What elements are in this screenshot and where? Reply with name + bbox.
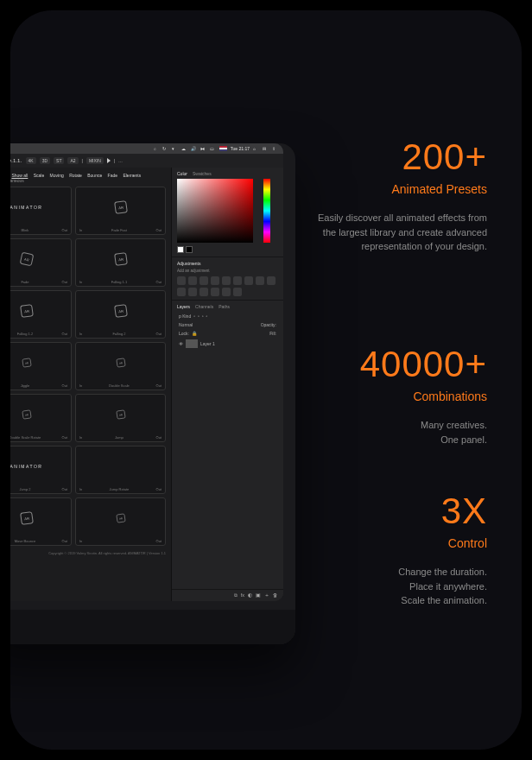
preset-cell[interactable]: ARInMove BounceOut xyxy=(10,497,72,546)
filter-misc[interactable]: Miscellaneous xyxy=(10,178,24,183)
new-group-icon[interactable]: ▣ xyxy=(256,592,261,598)
filter-rotate[interactable]: Rotate xyxy=(69,173,82,178)
preset-out-label: Out xyxy=(62,435,67,440)
filter-fade[interactable]: Fade xyxy=(108,173,117,178)
preset-cell[interactable]: ARInDouble Scale RotateOut xyxy=(10,394,72,442)
preset-name: Falling 2 xyxy=(112,332,125,336)
preset-thumbnail-icon: AR xyxy=(116,409,125,419)
blend-mode-select[interactable]: Normal xyxy=(179,322,193,327)
preset-thumbnail-icon: AR xyxy=(20,511,34,525)
preset-cell[interactable]: ARInJiggleOut xyxy=(10,342,72,390)
tab-color[interactable]: Color xyxy=(177,171,187,176)
promo-subtitle: Control xyxy=(314,535,487,553)
layer-kind-label[interactable]: p Kind xyxy=(179,314,191,319)
preset-cell[interactable]: InJump RotateOut xyxy=(75,446,166,494)
preset-out-label: Out xyxy=(62,539,67,543)
appbar-divider: | xyxy=(82,158,83,163)
app-body: Filter by type: Show all Scale Moving Ro… xyxy=(10,168,283,601)
adj-curves-icon[interactable] xyxy=(200,276,208,285)
adj-invert-icon[interactable] xyxy=(188,288,197,296)
appbar-more-icon[interactable]: … xyxy=(118,158,123,163)
adj-gradient-map-icon[interactable] xyxy=(222,288,231,296)
promo-stat: 40000+ xyxy=(314,337,487,391)
preset-name: Double Scale xyxy=(109,383,130,388)
filter-bounce[interactable]: Bounce xyxy=(87,173,102,178)
preset-in-label: In xyxy=(79,383,82,388)
preset-cell[interactable]: ARInFalling 1.2Out xyxy=(10,290,72,339)
preset-out-label: Out xyxy=(156,487,162,491)
preset-out-label: Out xyxy=(62,332,67,336)
preset-cell[interactable]: ARInFalling 1.1Out xyxy=(75,238,166,287)
color-picker[interactable] xyxy=(177,179,253,243)
tab-channels[interactable]: Channels xyxy=(195,304,213,309)
preset-out-label: Out xyxy=(156,228,162,232)
mask-icon[interactable]: ◐ xyxy=(248,592,252,598)
preset-name: Double Scale Rotate xyxy=(10,435,41,440)
preset-cell[interactable]: ARInJumpOut xyxy=(75,394,166,442)
preset-cell[interactable]: ARInFalling 2Out xyxy=(75,290,166,339)
preset-cell[interactable]: ARInFade FastOut xyxy=(75,187,166,235)
preset-out-label: Out xyxy=(62,228,67,232)
tab-adjustments[interactable]: Adjustments xyxy=(177,261,201,266)
mac-menubar: ☼ ↻ ▾ ☁ 🔊 ⧓ ▭ Tue 21:17 ⌕ ⊟ ⇪ xyxy=(10,143,283,154)
battery-icon: ▭ xyxy=(210,146,216,152)
swatch-black[interactable] xyxy=(186,246,193,253)
preset-cell[interactable]: ARInFadeOut xyxy=(10,238,72,287)
adj-hue-icon[interactable] xyxy=(233,276,242,285)
new-layer-icon[interactable]: ＋ xyxy=(264,592,269,598)
adj-photo-filter-icon[interactable] xyxy=(256,276,264,285)
tab-paths[interactable]: Paths xyxy=(218,304,230,309)
layer-row[interactable]: 👁 Layer 1 xyxy=(177,338,278,350)
appbar-btn-4k[interactable]: 4K xyxy=(26,157,36,164)
control-center-icon[interactable]: ⊟ xyxy=(263,146,269,152)
filter-elements[interactable]: Elements xyxy=(123,173,141,178)
preset-cell[interactable]: ANIMATORInJump 2Out xyxy=(10,446,72,494)
volume-icon: 🔊 xyxy=(191,146,197,152)
fill-label: Fill: xyxy=(269,331,276,336)
preset-out-label: Out xyxy=(156,383,162,388)
adj-vibrance-icon[interactable] xyxy=(222,276,231,285)
play-icon[interactable] xyxy=(107,158,111,163)
menubar-status-icon: ☼ xyxy=(153,146,159,152)
adj-exposure-icon[interactable] xyxy=(211,276,219,285)
layer-filter-icon[interactable]: ▫ xyxy=(198,314,200,319)
preset-cell[interactable]: ANIMATORInBlinkOut xyxy=(10,187,72,235)
preset-thumbnail-icon: AR xyxy=(114,200,128,214)
preset-out-label: Out xyxy=(62,280,67,284)
swatch-white[interactable] xyxy=(177,246,184,253)
adj-bw-icon[interactable] xyxy=(244,276,253,285)
appbar-btn-a2[interactable]: A2 xyxy=(67,157,78,164)
adj-channel-mixer-icon[interactable] xyxy=(267,276,276,285)
mixin-button[interactable]: MIXIN xyxy=(86,157,104,164)
layer-filter-icon[interactable]: ▫ xyxy=(193,314,195,319)
share-icon[interactable]: ⇪ xyxy=(272,146,278,152)
adj-brightness-icon[interactable] xyxy=(177,276,186,285)
filter-moving[interactable]: Moving xyxy=(50,173,64,178)
preset-cell[interactable]: ARInOut xyxy=(75,497,166,546)
trash-icon[interactable]: 🗑 xyxy=(273,592,278,598)
hue-slider[interactable] xyxy=(263,179,270,243)
layer-filter-icon[interactable]: ▫ xyxy=(202,314,204,319)
preset-out-label: Out xyxy=(156,280,162,284)
preset-name: Falling 1.2 xyxy=(17,332,33,336)
lock-icon[interactable]: 🔒 xyxy=(192,331,197,336)
layer-opacity-row: Normal Opacity: xyxy=(177,320,278,329)
adj-lut-icon[interactable] xyxy=(177,288,186,296)
layer-footer-icons: ⧉ fx ◐ ▣ ＋ 🗑 xyxy=(172,590,283,601)
filter-scale[interactable]: Scale xyxy=(34,173,45,178)
adj-threshold-icon[interactable] xyxy=(211,288,219,296)
appbar-btn-st[interactable]: ST xyxy=(54,157,64,164)
preset-cell[interactable]: ARInDouble ScaleOut xyxy=(75,342,166,390)
fx-icon[interactable]: fx xyxy=(241,592,244,598)
tab-swatches[interactable]: Swatches xyxy=(193,171,212,176)
link-layers-icon[interactable]: ⧉ xyxy=(234,592,238,598)
spotlight-icon[interactable]: ⌕ xyxy=(253,146,259,152)
layer-filter-icon[interactable]: ▫ xyxy=(206,314,208,319)
adj-levels-icon[interactable] xyxy=(188,276,197,285)
promo-body: Change the duration. Place it anywhere. … xyxy=(314,565,487,608)
adj-posterize-icon[interactable] xyxy=(200,288,208,296)
eye-icon[interactable]: 👁 xyxy=(179,341,183,346)
appbar-btn-3d[interactable]: 3D xyxy=(40,157,50,164)
tab-layers[interactable]: Layers xyxy=(177,304,190,309)
adj-selective-color-icon[interactable] xyxy=(233,288,242,296)
